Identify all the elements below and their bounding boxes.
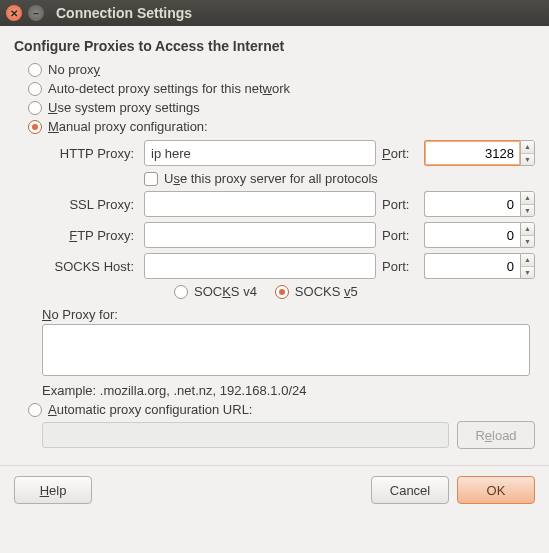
titlebar: ✕ – Connection Settings (0, 0, 549, 26)
use-for-all-checkbox-row[interactable]: Use this proxy server for all protocols (144, 171, 535, 186)
radio-label: Automatic proxy configuration URL: (48, 402, 252, 417)
ssl-port-input[interactable] (424, 191, 520, 217)
auto-config-row: Reload (42, 421, 535, 449)
socks-host-input[interactable] (144, 253, 376, 279)
http-proxy-input[interactable] (144, 140, 376, 166)
socks-port-input[interactable] (424, 253, 520, 279)
spin-down-icon[interactable]: ▼ (521, 267, 534, 279)
spin-down-icon[interactable]: ▼ (521, 236, 534, 248)
radio-manual[interactable]: Manual proxy configuration: (28, 119, 535, 134)
ftp-proxy-row: FTP Proxy: Port: ▲ ▼ (42, 222, 535, 248)
radio-icon (28, 403, 42, 417)
auto-config-url-input (42, 422, 449, 448)
close-icon[interactable]: ✕ (6, 5, 22, 21)
ssl-proxy-row: SSL Proxy: Port: ▲ ▼ (42, 191, 535, 217)
port-spinner[interactable]: ▲ ▼ (520, 191, 535, 217)
radio-icon (28, 101, 42, 115)
port-spinner[interactable]: ▲ ▼ (520, 222, 535, 248)
radio-socks-v5[interactable]: SOCKS v5 (275, 284, 358, 299)
dialog-footer: Help Cancel OK (0, 465, 549, 516)
port-label: Port: (382, 259, 418, 274)
ftp-proxy-input[interactable] (144, 222, 376, 248)
spin-up-icon[interactable]: ▲ (521, 254, 534, 267)
minimize-icon[interactable]: – (28, 5, 44, 21)
radio-socks-v4[interactable]: SOCKS v4 (174, 284, 257, 299)
radio-use-system[interactable]: Use system proxy settings (28, 100, 535, 115)
spin-up-icon[interactable]: ▲ (521, 141, 534, 154)
port-label: Port: (382, 197, 418, 212)
ssl-proxy-input[interactable] (144, 191, 376, 217)
reload-button: Reload (457, 421, 535, 449)
window-title: Connection Settings (56, 5, 192, 21)
http-label: HTTP Proxy: (42, 146, 138, 161)
radio-label: SOCKS v5 (295, 284, 358, 299)
radio-label: Manual proxy configuration: (48, 119, 208, 134)
help-button[interactable]: Help (14, 476, 92, 504)
radio-label: Auto-detect proxy settings for this netw… (48, 81, 290, 96)
socks-label: SOCKS Host: (42, 259, 138, 274)
radio-auto-detect[interactable]: Auto-detect proxy settings for this netw… (28, 81, 535, 96)
page-heading: Configure Proxies to Access the Internet (14, 38, 535, 54)
ok-button[interactable]: OK (457, 476, 535, 504)
radio-icon (28, 63, 42, 77)
no-proxy-input[interactable] (42, 324, 530, 376)
radio-label: No proxy (48, 62, 100, 77)
port-spinner[interactable]: ▲ ▼ (520, 253, 535, 279)
socks-version-row: SOCKS v4 SOCKS v5 (174, 284, 535, 299)
checkbox-label: Use this proxy server for all protocols (164, 171, 378, 186)
manual-proxy-form: HTTP Proxy: Port: ▲ ▼ Use this proxy ser… (42, 140, 535, 299)
socks-host-row: SOCKS Host: Port: ▲ ▼ (42, 253, 535, 279)
radio-auto-config-url[interactable]: Automatic proxy configuration URL: (28, 402, 535, 417)
cancel-button[interactable]: Cancel (371, 476, 449, 504)
radio-label: SOCKS v4 (194, 284, 257, 299)
radio-no-proxy[interactable]: No proxy (28, 62, 535, 77)
spin-down-icon[interactable]: ▼ (521, 205, 534, 217)
port-label: Port: (382, 146, 418, 161)
spin-down-icon[interactable]: ▼ (521, 154, 534, 166)
spin-up-icon[interactable]: ▲ (521, 192, 534, 205)
checkbox-icon (144, 172, 158, 186)
radio-icon (28, 82, 42, 96)
http-port-input[interactable] (424, 140, 520, 166)
spin-up-icon[interactable]: ▲ (521, 223, 534, 236)
radio-icon-selected (275, 285, 289, 299)
radio-icon (174, 285, 188, 299)
no-proxy-example: Example: .mozilla.org, .net.nz, 192.168.… (42, 383, 535, 398)
ftp-port-input[interactable] (424, 222, 520, 248)
no-proxy-label: No Proxy for: (42, 307, 535, 322)
radio-icon-selected (28, 120, 42, 134)
http-proxy-row: HTTP Proxy: Port: ▲ ▼ (42, 140, 535, 166)
dialog-content: Configure Proxies to Access the Internet… (0, 26, 549, 461)
ftp-label: FTP Proxy: (42, 228, 138, 243)
ssl-label: SSL Proxy: (42, 197, 138, 212)
port-label: Port: (382, 228, 418, 243)
radio-label: Use system proxy settings (48, 100, 200, 115)
port-spinner[interactable]: ▲ ▼ (520, 140, 535, 166)
